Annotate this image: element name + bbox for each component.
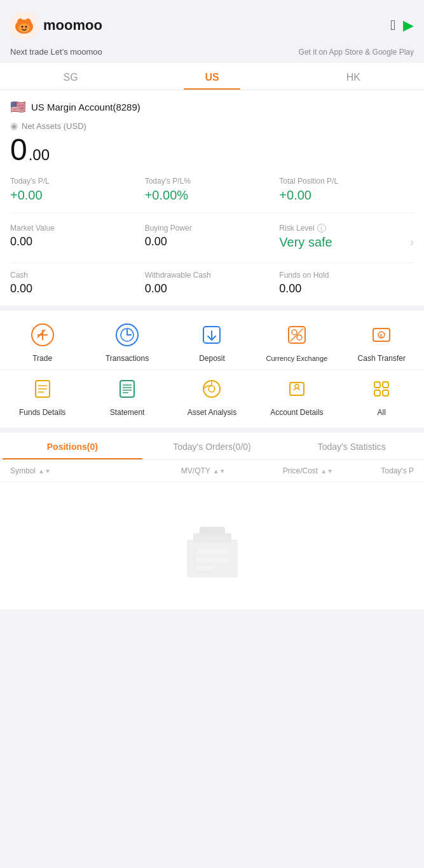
cash-label-0: Cash xyxy=(10,271,145,280)
pl-item-0: Today's P/L +0.00 xyxy=(10,177,145,203)
th-mv-qty[interactable]: MV/QTY ▲▼ xyxy=(118,466,225,475)
svg-rect-41 xyxy=(383,390,388,396)
logo-text: moomoo xyxy=(43,17,102,34)
eye-icon[interactable]: ◉ xyxy=(10,121,18,131)
th-today-pl: Today's P xyxy=(333,466,414,475)
logo-area: moomoo xyxy=(10,11,102,39)
deposit-icon xyxy=(198,321,226,349)
statement-icon xyxy=(113,375,141,403)
action-label-statement: Statement xyxy=(110,408,145,418)
currency-exchange-icon xyxy=(283,321,311,349)
cash-item-0: Cash 0.00 xyxy=(10,271,145,295)
cash-item-1: Withdrawable Cash 0.00 xyxy=(145,271,280,295)
empty-state xyxy=(0,482,424,609)
pl-label-2: Total Position P/L xyxy=(279,177,414,186)
tab-orders[interactable]: Today's Orders(0/0) xyxy=(142,433,282,459)
tab-hk[interactable]: HK xyxy=(283,63,424,90)
action-row-2: Funds Details Statement Asset Analysis xyxy=(0,369,424,428)
cash-row: Cash 0.00 Withdrawable Cash 0.00 Funds o… xyxy=(10,271,414,306)
action-currency-exchange[interactable]: Currency Exchange xyxy=(254,321,339,364)
action-cash-transfer[interactable]: $ Cash Transfer xyxy=(339,321,424,364)
net-assets-integer: 0 xyxy=(10,135,27,165)
action-deposit[interactable]: Deposit xyxy=(170,321,254,364)
net-assets-value: 0 .00 xyxy=(10,135,414,165)
cash-label-1: Withdrawable Cash xyxy=(145,271,280,280)
divider-2 xyxy=(10,262,414,263)
account-name: US Margin Account(8289) xyxy=(31,102,140,112)
action-all[interactable]: All xyxy=(339,375,424,418)
action-row-1: Trade Transactions Deposit xyxy=(0,311,424,369)
stats-value-0: 0.00 xyxy=(10,235,145,248)
svg-rect-44 xyxy=(200,527,225,534)
stats-grid: Market Value 0.00 Buying Power 0.00 Risk… xyxy=(10,221,414,262)
pl-value-2: +0.00 xyxy=(279,188,414,203)
pl-label-1: Today's P/L% xyxy=(145,177,280,186)
account-details-icon xyxy=(283,375,311,403)
asset-analysis-icon xyxy=(198,375,226,403)
divider-1 xyxy=(10,213,414,214)
svg-point-34 xyxy=(209,386,215,392)
action-statement[interactable]: Statement xyxy=(85,375,169,418)
funds-details-icon xyxy=(29,375,57,403)
tab-positions[interactable]: Positions(0) xyxy=(3,433,142,459)
tab-statistics[interactable]: Today's Statistics xyxy=(282,433,421,459)
stats-label-0: Market Value xyxy=(10,224,145,233)
action-label-currency: Currency Exchange xyxy=(266,354,328,363)
action-transactions[interactable]: Transactions xyxy=(85,321,169,364)
moomoo-logo-icon xyxy=(10,11,38,39)
pl-label-0: Today's P/L xyxy=(10,177,145,186)
info-icon[interactable]: i xyxy=(317,224,326,233)
svg-rect-38 xyxy=(374,382,380,388)
account-section: 🇺🇸 US Margin Account(8289) ◉ Net Assets … xyxy=(0,90,424,306)
action-asset-analysis[interactable]: Asset Analysis xyxy=(170,375,254,418)
svg-point-19 xyxy=(297,335,302,340)
svg-rect-28 xyxy=(120,381,134,397)
svg-rect-43 xyxy=(193,533,231,543)
store-icons:  ▶ xyxy=(390,17,414,34)
play-icon[interactable]: ▶ xyxy=(403,17,414,34)
stats-risk-level: Risk Level i Very safe xyxy=(279,221,414,252)
action-funds-details[interactable]: Funds Details xyxy=(0,375,85,418)
stats-label-2: Risk Level i xyxy=(279,224,414,233)
stats-label-1: Buying Power xyxy=(145,224,280,233)
svg-rect-45 xyxy=(196,549,228,554)
region-tabs: SG US HK xyxy=(0,63,424,90)
transactions-icon xyxy=(113,321,141,349)
cash-value-0: 0.00 xyxy=(10,282,145,295)
action-label-cash-transfer: Cash Transfer xyxy=(358,354,406,364)
flag-icon: 🇺🇸 xyxy=(10,99,26,114)
trade-icon xyxy=(29,321,57,349)
sort-mv-icon: ▲▼ xyxy=(213,468,226,475)
bottom-tabs: Positions(0) Today's Orders(0/0) Today's… xyxy=(0,433,424,460)
store-text: Get it on App Store & Google Play xyxy=(299,48,414,57)
top-banner: moomoo  ▶ xyxy=(0,0,424,46)
action-label-transactions: Transactions xyxy=(106,354,149,364)
apple-icon[interactable]:  xyxy=(390,17,395,34)
pl-row: Today's P/L +0.00 Today's P/L% +0.00% To… xyxy=(10,177,414,203)
stats-value-1: 0.00 xyxy=(145,235,280,248)
net-assets-decimal: .00 xyxy=(29,146,50,164)
svg-point-6 xyxy=(25,26,27,28)
tab-us[interactable]: US xyxy=(141,63,282,90)
cash-value-1: 0.00 xyxy=(145,282,280,295)
action-label-analysis: Asset Analysis xyxy=(188,408,236,418)
chevron-right-icon[interactable]: › xyxy=(410,235,414,248)
all-icon xyxy=(367,375,395,403)
pl-item-1: Today's P/L% +0.00% xyxy=(145,177,280,203)
action-account-details[interactable]: Account Details xyxy=(254,375,339,418)
cash-transfer-icon: $ xyxy=(367,321,395,349)
cash-value-2: 0.00 xyxy=(279,282,414,295)
svg-point-4 xyxy=(18,24,30,32)
th-price-cost[interactable]: Price/Cost ▲▼ xyxy=(226,466,333,475)
svg-point-37 xyxy=(295,384,299,388)
tagline-row: Next trade Let's moomoo Get it on App St… xyxy=(0,46,424,63)
stats-value-2: Very safe xyxy=(279,235,414,250)
tab-sg[interactable]: SG xyxy=(0,63,141,90)
action-label-deposit: Deposit xyxy=(199,354,225,364)
sort-price-icon: ▲▼ xyxy=(320,468,333,475)
th-symbol[interactable]: Symbol ▲▼ xyxy=(10,466,118,475)
empty-illustration xyxy=(174,520,250,584)
tagline: Next trade Let's moomoo xyxy=(10,47,102,57)
sort-symbol-icon: ▲▼ xyxy=(38,468,51,475)
action-trade[interactable]: Trade xyxy=(0,321,85,364)
